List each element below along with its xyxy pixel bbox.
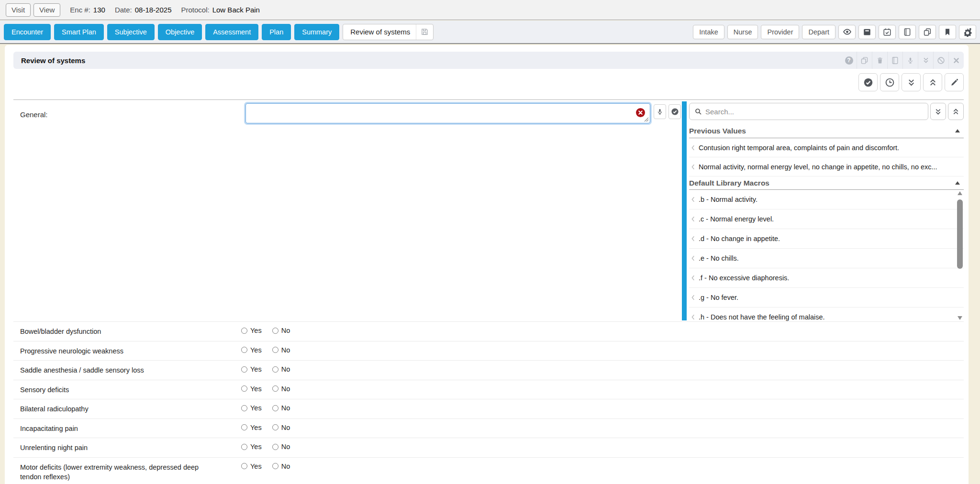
- scrollbar-thumb[interactable]: [957, 199, 963, 269]
- question-options: Yes No: [241, 458, 290, 470]
- scroll-up-icon[interactable]: [958, 191, 962, 195]
- general-input[interactable]: [245, 103, 650, 123]
- yes-radio[interactable]: [241, 405, 247, 411]
- insert-left-chevron-icon[interactable]: [691, 294, 695, 301]
- nurse-button[interactable]: Nurse: [727, 25, 758, 39]
- insert-left-chevron-icon[interactable]: [691, 275, 695, 281]
- expand-all-icon[interactable]: [930, 103, 946, 120]
- yes-radio[interactable]: [241, 366, 247, 373]
- sidebar-sections: Previous Values Contusion right temporal…: [689, 124, 964, 190]
- bookmark-icon[interactable]: [939, 25, 956, 39]
- macro-item[interactable]: .c - Normal energy level.: [689, 209, 964, 229]
- tab-objective[interactable]: Objective: [158, 24, 202, 40]
- archive-icon[interactable]: [858, 25, 876, 39]
- tab-encounter[interactable]: Encounter: [4, 24, 51, 40]
- tab-plan[interactable]: Plan: [262, 24, 291, 40]
- macro-item[interactable]: .g - No fever.: [689, 288, 964, 308]
- collapse-all-icon[interactable]: [948, 103, 964, 120]
- yes-radio[interactable]: [241, 328, 247, 334]
- edit-pencil-icon[interactable]: [945, 73, 964, 91]
- yes-radio[interactable]: [241, 463, 247, 469]
- depart-button[interactable]: Depart: [802, 25, 835, 39]
- save-icon[interactable]: [416, 24, 433, 40]
- double-chevron-down-icon[interactable]: [918, 52, 933, 69]
- macro-item[interactable]: .h - Does not have the feeling of malais…: [689, 308, 964, 321]
- scrollbar[interactable]: [957, 191, 964, 320]
- trash-icon[interactable]: [872, 52, 887, 69]
- panel-action-buttons: [858, 73, 964, 91]
- tab-subjective[interactable]: Subjective: [107, 24, 155, 40]
- macro-item[interactable]: .e - No chills.: [689, 249, 964, 268]
- search-row: [689, 103, 964, 120]
- no-radio[interactable]: [272, 444, 278, 450]
- insert-left-chevron-icon[interactable]: [691, 196, 695, 203]
- no-radio[interactable]: [272, 405, 278, 411]
- yes-radio[interactable]: [241, 385, 247, 392]
- yes-radio[interactable]: [241, 347, 247, 353]
- tab-summary[interactable]: Summary: [294, 24, 339, 40]
- collapse-triangle-icon[interactable]: [955, 129, 960, 132]
- question-row: Unrelenting night pain Yes No: [13, 438, 964, 457]
- macro-item[interactable]: .d - No change in appetite.: [689, 229, 964, 249]
- tab-assessment[interactable]: Assessment: [205, 24, 258, 40]
- microphone-icon[interactable]: [654, 104, 666, 119]
- settings-gears-icon[interactable]: [959, 25, 976, 39]
- eye-icon[interactable]: [838, 25, 856, 39]
- date-value: 08-18-2025: [135, 6, 172, 14]
- question-options: Yes No: [241, 380, 290, 393]
- clear-input-icon[interactable]: [636, 108, 645, 117]
- close-icon[interactable]: [948, 52, 964, 69]
- macro-sidebar: Previous Values Contusion right temporal…: [689, 100, 964, 321]
- insert-left-chevron-icon[interactable]: [691, 164, 695, 170]
- tab-smart-plan[interactable]: Smart Plan: [54, 24, 104, 40]
- no-radio[interactable]: [272, 347, 278, 353]
- no-radio[interactable]: [272, 385, 278, 392]
- yes-label: Yes: [250, 443, 262, 451]
- double-chevron-up-icon[interactable]: [923, 73, 942, 91]
- previous-values-header[interactable]: Previous Values: [689, 124, 964, 138]
- insert-left-chevron-icon[interactable]: [691, 314, 695, 320]
- previous-values-title: Previous Values: [689, 127, 746, 135]
- macro-item[interactable]: .f - No excessive diaphoresis.: [689, 268, 964, 288]
- insert-left-chevron-icon[interactable]: [691, 255, 695, 262]
- ban-icon[interactable]: [933, 52, 948, 69]
- question-label: Bilateral radiculopathy: [13, 399, 214, 418]
- visit-button[interactable]: Visit: [6, 3, 31, 17]
- double-chevron-down-icon[interactable]: [902, 73, 921, 91]
- clock-icon[interactable]: [880, 73, 899, 91]
- yes-radio[interactable]: [241, 444, 247, 450]
- insert-left-chevron-icon[interactable]: [691, 216, 695, 222]
- search-input[interactable]: [705, 108, 923, 116]
- collapse-triangle-icon[interactable]: [955, 181, 960, 185]
- default-library-macros-header[interactable]: Default Library Macros: [689, 176, 964, 190]
- enc-label: Enc #:: [70, 6, 90, 14]
- microphone-icon[interactable]: [902, 52, 918, 69]
- macro-item[interactable]: .b - Normal activity.: [689, 190, 964, 209]
- no-radio[interactable]: [272, 366, 278, 373]
- book-icon[interactable]: [887, 52, 902, 69]
- previous-value-text: Contusion right temporal area, complaint…: [699, 144, 899, 152]
- copy-icon[interactable]: [919, 25, 936, 39]
- copy-icon[interactable]: [857, 52, 872, 69]
- previous-value-item[interactable]: Contusion right temporal area, complaint…: [689, 138, 964, 157]
- insert-left-chevron-icon[interactable]: [691, 144, 695, 151]
- yes-radio[interactable]: [241, 424, 247, 430]
- book-icon[interactable]: [899, 25, 916, 39]
- previous-value-item[interactable]: Normal activity, normal energy level, no…: [689, 157, 964, 176]
- view-button[interactable]: View: [33, 3, 60, 17]
- check-circle-icon[interactable]: [858, 73, 878, 91]
- calendar-check-icon[interactable]: [879, 25, 896, 39]
- no-radio[interactable]: [272, 463, 278, 469]
- provider-button[interactable]: Provider: [761, 25, 799, 39]
- tab-review-of-systems[interactable]: Review of systems: [343, 24, 434, 40]
- general-input-wrap: [245, 103, 650, 123]
- no-label: No: [281, 385, 290, 393]
- resize-grip-icon[interactable]: [644, 117, 649, 122]
- no-radio[interactable]: [272, 424, 278, 430]
- insert-left-chevron-icon[interactable]: [691, 235, 695, 242]
- help-icon[interactable]: ?: [841, 52, 857, 69]
- scroll-down-icon[interactable]: [958, 316, 962, 320]
- confirm-check-icon[interactable]: [668, 104, 681, 119]
- no-radio[interactable]: [272, 328, 278, 334]
- intake-button[interactable]: Intake: [693, 25, 724, 39]
